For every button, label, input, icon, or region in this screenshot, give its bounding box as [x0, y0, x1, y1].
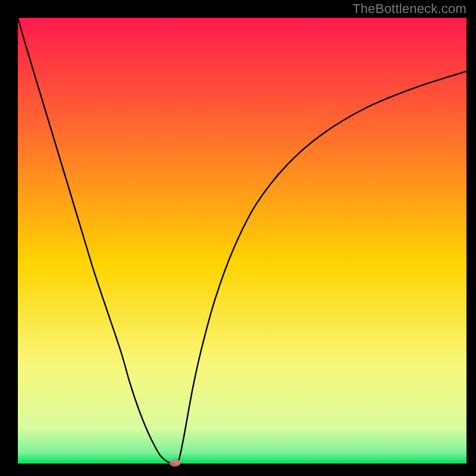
bottleneck-chart [0, 0, 476, 476]
chart-frame: TheBottleneck.com [0, 0, 476, 476]
optimal-point-marker [170, 459, 181, 466]
svg-point-1 [175, 460, 181, 465]
